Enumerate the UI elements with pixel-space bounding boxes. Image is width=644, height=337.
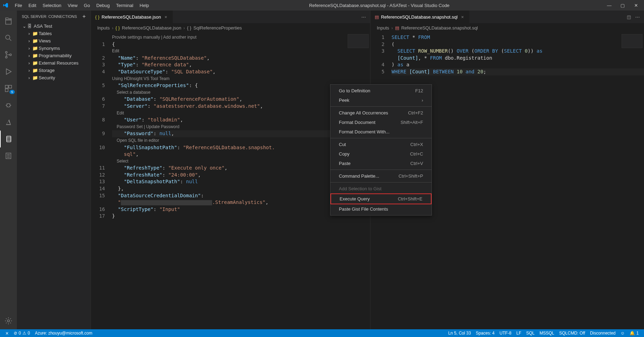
title-bar: FileEditSelectionViewGoDebugTerminalHelp… bbox=[0, 0, 644, 11]
svg-point-1 bbox=[6, 52, 7, 53]
tree-item-label: Security bbox=[39, 75, 55, 80]
sidebar-header: SQL SERVER: CONNECTIONS + bbox=[17, 11, 91, 22]
azure-icon[interactable] bbox=[0, 114, 17, 131]
breadcrumb-part[interactable]: SqlReferenceProperties bbox=[193, 25, 242, 31]
tab-actions-right: ◫ ⋯ bbox=[623, 14, 644, 20]
context-menu-item[interactable]: CopyCtrl+C bbox=[330, 149, 432, 159]
database-icon[interactable] bbox=[0, 131, 17, 147]
tree-item-label: Tables bbox=[39, 31, 52, 36]
context-menu-item[interactable]: Change All OccurrencesCtrl+F2 bbox=[330, 108, 432, 118]
svg-point-3 bbox=[10, 54, 12, 56]
folder-icon: 📁 bbox=[32, 31, 37, 36]
status-mssql[interactable]: MSSQL bbox=[537, 329, 557, 337]
close-tab-icon[interactable]: × bbox=[163, 14, 169, 20]
error-icon: ⊘ bbox=[14, 331, 17, 336]
menu-debug[interactable]: Debug bbox=[93, 1, 112, 9]
menu-selection[interactable]: Selection bbox=[40, 1, 64, 9]
json-file-icon: { } bbox=[116, 25, 120, 31]
breadcrumb-part[interactable]: ReferenceSQLDatabase.json bbox=[122, 25, 181, 31]
editor-group-left: { } ReferenceSQLDatabase.json × ⋯ Inputs… bbox=[91, 11, 370, 329]
tree-item[interactable]: ›📁Storage bbox=[25, 67, 91, 74]
breadcrumbs-left[interactable]: Inputs › { } ReferenceSQLDatabase.json ›… bbox=[91, 23, 370, 33]
status-azure[interactable]: Azure: zhouyu@microsoft.com bbox=[32, 329, 95, 337]
tree-root-label: ASA Test bbox=[34, 24, 52, 29]
menu-help[interactable]: Help bbox=[137, 1, 152, 9]
debug-and-run-icon[interactable] bbox=[0, 63, 17, 80]
status-sqlcmd[interactable]: SQLCMD: Off bbox=[557, 329, 588, 337]
menu-terminal[interactable]: Terminal bbox=[113, 1, 136, 9]
gear-icon[interactable] bbox=[0, 312, 17, 329]
more-actions-icon[interactable]: ⋯ bbox=[361, 14, 366, 20]
status-notifications[interactable]: 🔔1 bbox=[627, 329, 641, 337]
minimize-icon[interactable]: — bbox=[607, 3, 612, 8]
context-menu-item[interactable]: Peek› bbox=[330, 95, 432, 105]
tree-item-label: Storage bbox=[39, 68, 55, 73]
folder-icon: 📁 bbox=[32, 60, 37, 66]
menu-go[interactable]: Go bbox=[81, 1, 93, 9]
code-area-left[interactable]: 1234567891011121314151617 Provide settin… bbox=[91, 33, 370, 329]
folder-icon: 📁 bbox=[32, 38, 37, 44]
tree-item[interactable]: ›📁Programmability bbox=[25, 52, 91, 59]
context-menu-item[interactable]: Format DocumentShift+Alt+F bbox=[330, 118, 432, 127]
search-icon[interactable] bbox=[0, 29, 17, 46]
breadcrumb-part[interactable]: Inputs bbox=[377, 25, 389, 31]
context-menu-item[interactable]: Execute QueryCtrl+Shift+E bbox=[330, 193, 432, 204]
tree-item[interactable]: ›📁Synonyms bbox=[25, 45, 91, 52]
breadcrumb-part[interactable]: Inputs bbox=[97, 25, 110, 31]
minimap[interactable] bbox=[622, 34, 643, 48]
context-menu-item[interactable]: Command Palette...Ctrl+Shift+P bbox=[330, 171, 432, 181]
tree-item[interactable]: ›📁Tables bbox=[25, 30, 91, 37]
context-menu: Go to DefinitionF12Peek›Change All Occur… bbox=[330, 84, 432, 216]
bell-icon: 🔔 bbox=[630, 331, 635, 336]
tree-item[interactable]: ›📁Security bbox=[25, 74, 91, 81]
tree-item-label: External Resources bbox=[39, 60, 78, 66]
maximize-icon[interactable]: ▢ bbox=[620, 3, 625, 8]
sql-file-icon: ▤ bbox=[375, 14, 379, 20]
menu-bar: FileEditSelectionViewGoDebugTerminalHelp bbox=[12, 1, 152, 9]
tree-item[interactable]: ›📁Views bbox=[25, 37, 91, 45]
bug-icon[interactable] bbox=[0, 97, 17, 114]
breadcrumbs-right[interactable]: Inputs › ▤ ReferenceSQLDatabase.snapshot… bbox=[370, 23, 644, 33]
status-eol[interactable]: LF bbox=[514, 329, 524, 337]
status-problems[interactable]: ⊘0 ⚠0 bbox=[11, 329, 32, 337]
svg-rect-5 bbox=[9, 85, 12, 88]
tree-item[interactable]: ›📁External Resources bbox=[25, 59, 91, 67]
json-file-icon: { } bbox=[95, 14, 99, 20]
extensions-icon[interactable]: 5 bbox=[0, 80, 17, 97]
remote-indicator[interactable]: ⨯ bbox=[3, 329, 11, 337]
tree-root[interactable]: ⌄ 🗄 ASA Test bbox=[20, 22, 91, 30]
close-icon[interactable]: ✕ bbox=[633, 3, 638, 8]
sql-file-icon: ▤ bbox=[395, 25, 399, 31]
status-cursor[interactable]: Ln 5, Col 33 bbox=[446, 329, 473, 337]
menu-edit[interactable]: Edit bbox=[26, 1, 39, 9]
breadcrumb-part[interactable]: ReferenceSQLDatabase.snapshot.sql bbox=[401, 25, 478, 31]
context-menu-item[interactable]: Paste Gist File Contents bbox=[330, 204, 432, 214]
folder-icon: 📁 bbox=[32, 46, 37, 51]
split-editor-icon[interactable]: ◫ bbox=[627, 14, 631, 20]
context-menu-item[interactable]: CutCtrl+X bbox=[330, 140, 432, 149]
more-actions-icon[interactable]: ⋯ bbox=[635, 14, 640, 20]
tab-json[interactable]: { } ReferenceSQLDatabase.json × bbox=[91, 11, 173, 23]
status-bar: ⨯ ⊘0 ⚠0 Azure: zhouyu@microsoft.com Ln 5… bbox=[0, 329, 644, 337]
explorer-icon[interactable] bbox=[0, 13, 17, 29]
status-language[interactable]: SQL bbox=[524, 329, 537, 337]
context-menu-item[interactable]: PasteCtrl+V bbox=[330, 159, 432, 168]
folder-icon: 📁 bbox=[32, 75, 37, 80]
context-menu-item[interactable]: Go to DefinitionF12 bbox=[330, 86, 432, 95]
menu-file[interactable]: File bbox=[12, 1, 25, 9]
tab-actions-left: ⋯ bbox=[357, 14, 370, 20]
source-control-icon[interactable] bbox=[0, 46, 17, 63]
add-connection-icon[interactable]: + bbox=[83, 13, 86, 20]
status-connection[interactable]: Disconnected bbox=[587, 329, 618, 337]
status-encoding[interactable]: UTF-8 bbox=[497, 329, 514, 337]
status-spaces[interactable]: Spaces: 4 bbox=[473, 329, 497, 337]
tab-sql[interactable]: ▤ ReferenceSQLDatabase.snapshot.sql × bbox=[370, 11, 470, 23]
notebook-icon[interactable] bbox=[0, 147, 17, 164]
close-tab-icon[interactable]: × bbox=[460, 14, 465, 20]
gutter: 1234567891011121314151617 bbox=[91, 33, 112, 329]
context-menu-item[interactable]: Format Document With... bbox=[330, 127, 432, 137]
menu-view[interactable]: View bbox=[65, 1, 80, 9]
svg-rect-4 bbox=[5, 85, 8, 88]
status-feedback[interactable]: ☺ bbox=[618, 329, 627, 337]
minimap[interactable] bbox=[348, 34, 369, 48]
